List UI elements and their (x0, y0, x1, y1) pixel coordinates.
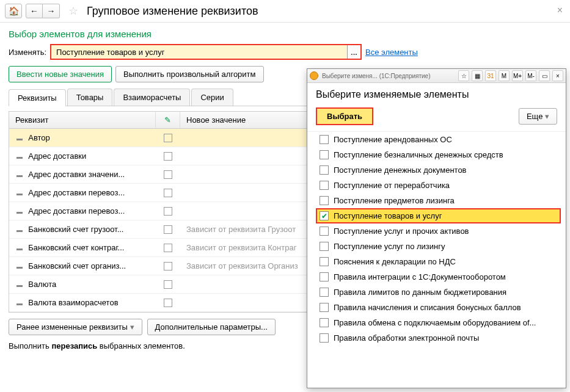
list-item-label: Поступление товаров и услуг (334, 211, 442, 220)
row-dash-icon: ▬ (15, 172, 24, 178)
row-checkbox[interactable] (164, 280, 172, 289)
list-checkbox[interactable] (320, 272, 329, 281)
row-checkbox[interactable] (164, 299, 172, 307)
list-item-label: Пояснения к декларации по НДС (334, 257, 456, 266)
list-item[interactable]: Правила лимитов по данным бюджетирования (316, 285, 561, 300)
app-icon (310, 71, 318, 80)
list-item[interactable]: Поступление арендованных ОС (316, 132, 561, 147)
popup-close-button[interactable]: × (552, 70, 563, 81)
popup-titlebar: Выберите изменя... (1С:Предприятие) ☆ ▦ … (307, 69, 566, 83)
list-checkbox[interactable] (320, 165, 329, 175)
pencil-icon: ✎ (164, 115, 171, 125)
change-ellipsis-button[interactable]: ... (347, 45, 360, 59)
row-checkbox[interactable] (164, 189, 172, 197)
list-item-label: Поступление предметов лизинга (334, 196, 455, 205)
list-item-label: Правила обмена с подключаемым оборудован… (334, 318, 536, 327)
row-checkbox[interactable] (164, 262, 172, 270)
row-dash-icon: ▬ (15, 300, 24, 307)
popup-header: Выберите изменяемые элементы (307, 83, 566, 104)
list-item-label: Поступление услуг по лизингу (334, 242, 445, 251)
header-requisite: Реквизит (9, 112, 156, 128)
list-checkbox[interactable] (320, 181, 329, 190)
row-dash-icon: ▬ (15, 135, 24, 142)
change-label: Изменять: (9, 48, 46, 57)
row-checkbox[interactable] (164, 170, 172, 179)
row-dash-icon: ▬ (15, 281, 24, 288)
list-item[interactable]: Поступление предметов лизинга (316, 193, 561, 208)
list-item-label: Поступление денежных документов (334, 165, 467, 175)
change-field-row: Изменять: ... Все элементы (9, 44, 561, 60)
nav-group: ← → (26, 4, 60, 18)
change-input[interactable] (51, 45, 347, 59)
home-button[interactable]: 🏠 (5, 4, 22, 18)
popup-mplus-button[interactable]: M+ (512, 70, 523, 81)
list-item[interactable]: Правила начисления и списания бонусных б… (316, 300, 561, 315)
list-item-label: Поступление безналичных денежных средств (334, 150, 503, 159)
forward-button[interactable]: → (43, 4, 60, 18)
list-checkbox[interactable] (320, 227, 329, 236)
popup-minimize-button[interactable]: ▭ (539, 70, 550, 81)
list-item-label: Поступление от переработчика (334, 181, 450, 190)
list-item[interactable]: Правила обработки электронной почты (316, 330, 561, 346)
row-dash-icon: ▬ (15, 245, 24, 252)
page-title: Групповое изменение реквизитов (87, 5, 258, 18)
list-checkbox[interactable] (320, 303, 329, 312)
arrow-left-icon: ← (30, 6, 38, 16)
row-dash-icon: ▬ (15, 263, 24, 270)
list-checkbox[interactable] (320, 257, 329, 266)
list-checkbox[interactable] (320, 211, 329, 220)
tab-2[interactable]: Взаиморасчеты (114, 89, 190, 106)
list-item-label: Поступление услуг и прочих активов (334, 227, 469, 236)
enter-new-values-button[interactable]: Ввести новые значения (9, 66, 112, 82)
list-item[interactable]: Поступление безналичных денежных средств (316, 147, 561, 162)
close-button[interactable]: × (557, 5, 563, 16)
tab-0[interactable]: Реквизиты (9, 89, 66, 106)
list-checkbox[interactable] (320, 150, 329, 159)
run-algorithm-button[interactable]: Выполнить произвольный алгоритм (115, 66, 263, 82)
favorite-star-icon[interactable]: ☆ (68, 4, 78, 18)
popup-app-title: Выберите изменя... (1С:Предприятие) (321, 73, 456, 79)
list-item[interactable]: Пояснения к декларации по НДС (316, 254, 561, 269)
list-item-label: Правила интеграции с 1С:Документооборото… (334, 272, 506, 281)
list-item-label: Правила обработки электронной почты (334, 333, 479, 343)
tab-1[interactable]: Товары (67, 89, 113, 106)
popup-list[interactable]: Поступление арендованных ОСПоступление б… (307, 131, 566, 388)
list-item[interactable]: Поступление услуг и прочих активов (316, 223, 561, 239)
all-elements-link[interactable]: Все элементы (365, 48, 418, 57)
list-checkbox[interactable] (320, 288, 329, 297)
row-checkbox[interactable] (164, 207, 172, 216)
list-item[interactable]: Правила интеграции с 1С:Документооборото… (316, 269, 561, 285)
popup-grid-icon[interactable]: ▦ (472, 70, 483, 81)
tab-3[interactable]: Серии (191, 89, 233, 106)
list-checkbox[interactable] (320, 135, 329, 144)
list-item[interactable]: Правила обмена с подключаемым оборудован… (316, 315, 561, 330)
row-checkbox[interactable] (164, 134, 172, 142)
row-checkbox[interactable] (164, 152, 172, 161)
list-item[interactable]: Поступление от переработчика (316, 178, 561, 193)
main-toolbar: 🏠 ← → ☆ Групповое изменение реквизитов (0, 0, 570, 23)
popup-calendar-icon[interactable]: 31 (485, 70, 496, 81)
list-checkbox[interactable] (320, 242, 329, 251)
popup-mminus-button[interactable]: M- (525, 70, 536, 81)
back-button[interactable]: ← (26, 4, 43, 18)
list-item-label: Правила начисления и списания бонусных б… (334, 303, 521, 312)
row-checkbox[interactable] (164, 244, 172, 252)
list-item[interactable]: Поступление товаров и услуг (316, 208, 561, 223)
popup-more-button[interactable]: Еще (519, 108, 557, 125)
extra-params-button[interactable]: Дополнительные параметры... (147, 319, 276, 335)
popup-favorite-icon[interactable]: ☆ (458, 70, 469, 81)
section-title: Выбор элементов для изменения (9, 29, 561, 39)
list-checkbox[interactable] (320, 318, 329, 327)
list-item-label: Поступление арендованных ОС (334, 135, 452, 144)
row-dash-icon: ▬ (15, 208, 24, 215)
list-checkbox[interactable] (320, 333, 329, 343)
change-input-wrapper: ... (50, 44, 362, 60)
row-dash-icon: ▬ (15, 190, 24, 197)
list-item[interactable]: Поступление денежных документов (316, 162, 561, 178)
popup-m-button[interactable]: M (499, 70, 510, 81)
list-item[interactable]: Поступление услуг по лизингу (316, 239, 561, 254)
list-checkbox[interactable] (320, 196, 329, 205)
row-checkbox[interactable] (164, 225, 172, 234)
prev-changed-button[interactable]: Ранее измененные реквизиты (9, 319, 142, 335)
select-button[interactable]: Выбрать (316, 107, 373, 125)
